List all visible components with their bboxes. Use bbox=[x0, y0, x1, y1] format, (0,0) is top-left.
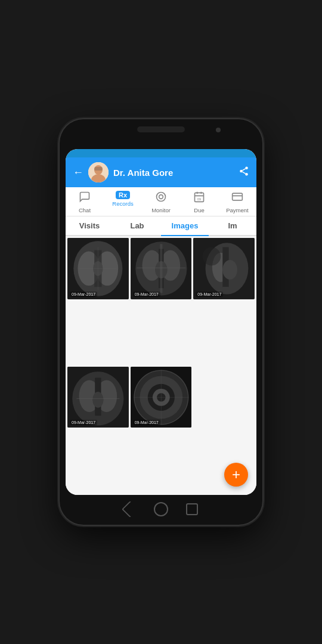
svg-point-6 bbox=[245, 173, 248, 176]
image-item-3[interactable]: 09-Mar-2017 bbox=[193, 238, 255, 299]
tab-monitor[interactable]: Monitor bbox=[142, 187, 180, 216]
add-button[interactable]: + bbox=[224, 463, 248, 487]
image-item-2[interactable]: 09-Mar-2017 bbox=[131, 238, 192, 299]
tab-records[interactable]: Rx Records bbox=[104, 187, 142, 216]
payment-icon bbox=[231, 191, 243, 206]
svg-rect-3 bbox=[94, 167, 103, 171]
image-date-1: 09-Mar-2017 bbox=[70, 292, 97, 297]
subtab-im[interactable]: Im bbox=[209, 216, 256, 235]
svg-point-5 bbox=[240, 170, 243, 173]
status-bar bbox=[66, 149, 256, 157]
records-icon: Rx bbox=[116, 191, 130, 199]
svg-point-9 bbox=[157, 193, 166, 202]
image-date-4: 09-Mar-2017 bbox=[70, 420, 97, 425]
tab-due[interactable]: 09 Due bbox=[180, 187, 218, 216]
image-item-1[interactable]: 09-Mar-2017 bbox=[67, 238, 129, 299]
share-button[interactable] bbox=[239, 166, 249, 179]
phone-nav-bar bbox=[124, 502, 198, 516]
svg-point-10 bbox=[159, 195, 163, 199]
image-date-5: 09-Mar-2017 bbox=[133, 420, 160, 425]
header: ← Dr. Anita Gore bbox=[66, 157, 256, 187]
home-nav-button[interactable] bbox=[154, 502, 168, 516]
due-label: Due bbox=[194, 207, 204, 213]
svg-point-39 bbox=[203, 247, 221, 265]
phone-screen: ← Dr. Anita Gore bbox=[66, 149, 256, 495]
phone-camera bbox=[216, 128, 221, 132]
image-item-5[interactable]: 09-Mar-2017 bbox=[131, 367, 192, 428]
monitor-label: Monitor bbox=[151, 207, 171, 213]
sub-tabs: Visits Lab Images Im bbox=[66, 216, 256, 236]
back-nav-button[interactable] bbox=[122, 501, 138, 518]
image-date-3: 09-Mar-2017 bbox=[196, 292, 223, 297]
due-icon: 09 bbox=[193, 191, 205, 206]
monitor-icon bbox=[155, 191, 167, 206]
svg-rect-16 bbox=[233, 193, 243, 200]
svg-line-8 bbox=[242, 169, 245, 171]
payment-label: Payment bbox=[226, 207, 249, 213]
chat-icon bbox=[79, 191, 91, 206]
phone-notch bbox=[137, 126, 185, 132]
subtab-images[interactable]: Images bbox=[161, 216, 209, 236]
image-grid: 09-Mar-2017 09-Mar-2017 bbox=[66, 236, 256, 495]
image-date-2: 09-Mar-2017 bbox=[133, 292, 160, 297]
svg-point-4 bbox=[245, 167, 248, 170]
svg-rect-33 bbox=[160, 244, 162, 293]
avatar bbox=[88, 162, 109, 182]
svg-line-7 bbox=[242, 172, 245, 174]
svg-point-45 bbox=[92, 392, 103, 408]
tab-chat[interactable]: Chat bbox=[66, 187, 104, 216]
back-button[interactable]: ← bbox=[73, 166, 83, 179]
recent-nav-button[interactable] bbox=[186, 503, 198, 515]
records-label: Records bbox=[112, 200, 133, 207]
subtab-visits[interactable]: Visits bbox=[66, 216, 113, 235]
svg-point-38 bbox=[223, 260, 238, 280]
doctor-name: Dr. Anita Gore bbox=[113, 168, 234, 178]
nav-tabs: Chat Rx Records Monitor 09 bbox=[66, 187, 256, 216]
image-item-4[interactable]: 09-Mar-2017 bbox=[67, 367, 129, 428]
chat-label: Chat bbox=[79, 207, 91, 213]
svg-text:09: 09 bbox=[197, 197, 201, 201]
tab-payment[interactable]: Payment bbox=[218, 187, 256, 216]
fab-container: + bbox=[224, 463, 248, 487]
phone-frame: ← Dr. Anita Gore bbox=[60, 119, 262, 525]
subtab-lab[interactable]: Lab bbox=[113, 216, 161, 235]
